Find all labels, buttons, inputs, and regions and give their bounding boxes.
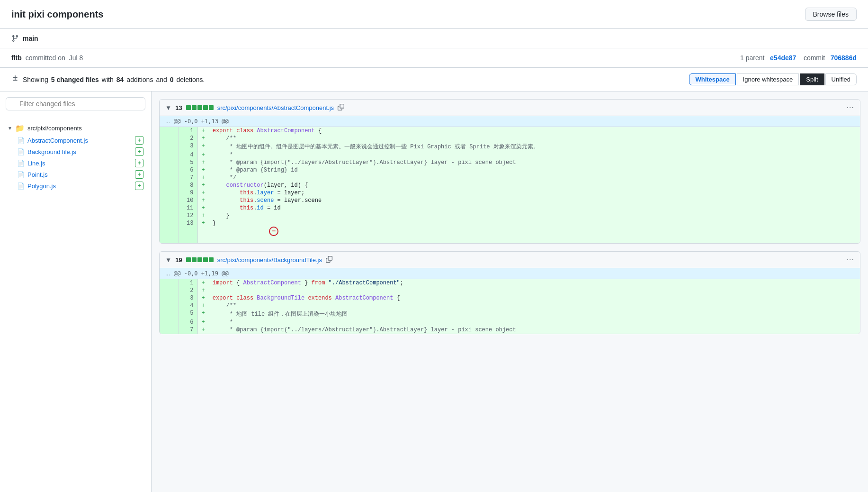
commit-action: committed on xyxy=(26,54,65,62)
hunk-expand-button[interactable]: ... xyxy=(165,118,170,125)
file-list: 📄 AbstractComponent.js + 📄 BackgroundTil… xyxy=(15,135,145,191)
right-line-num: 1 xyxy=(179,127,197,135)
left-line-num xyxy=(160,294,179,302)
line-content: * xyxy=(209,151,860,159)
left-line-num xyxy=(160,142,179,151)
left-line-num xyxy=(160,127,179,135)
copy-icon[interactable] xyxy=(338,104,344,112)
table-row: 5 + * @param {import("../layers/Abstruct… xyxy=(160,159,860,166)
line-content: export class BackgroundTile extends Abst… xyxy=(209,294,860,302)
line-content: this.id = id xyxy=(209,204,860,212)
line-content: this.scene = layer.scene xyxy=(209,197,860,204)
right-line-num: 2 xyxy=(179,287,197,294)
file-name: Point.js xyxy=(27,171,48,178)
list-item[interactable]: 📄 AbstractComponent.js + xyxy=(15,135,145,146)
commit-label: commit xyxy=(804,54,825,62)
right-line-num: 9 xyxy=(179,189,197,197)
file-name: BackgroundTile.js xyxy=(27,148,76,155)
more-options-icon[interactable]: ··· xyxy=(847,103,854,112)
collapse-button[interactable]: ▼ xyxy=(165,256,171,264)
commit-info-bar: fltb committed on Jul 8 1 parent e54de87… xyxy=(0,48,868,68)
right-line-num: 4 xyxy=(179,151,197,159)
file-name: AbstractComponent.js xyxy=(27,137,88,144)
list-item[interactable]: 📄 Point.js + xyxy=(15,169,145,180)
parent-hash[interactable]: e54de87 xyxy=(770,54,796,62)
table-row: 1 + export class AbstractComponent { xyxy=(160,127,860,135)
collapse-button[interactable]: ▼ xyxy=(165,104,171,111)
left-line-num xyxy=(160,151,179,159)
diff-table: 1 + import { AbstractComponent } from ".… xyxy=(160,279,860,334)
more-options-icon[interactable]: ··· xyxy=(847,255,854,264)
line-marker: + xyxy=(197,174,209,182)
line-marker: + xyxy=(197,135,209,142)
left-line-num xyxy=(160,326,179,334)
comment-bubble-icon[interactable]: − xyxy=(269,227,278,236)
list-item[interactable]: 📄 BackgroundTile.js + xyxy=(15,146,145,157)
table-row: 6 + * @param {String} id xyxy=(160,166,860,174)
line-content: } xyxy=(209,212,860,219)
hunk-info: @@ -0,0 +1,13 @@ xyxy=(174,118,229,125)
line-content: */ xyxy=(209,174,860,182)
commit-meta-bar: main xyxy=(0,29,868,48)
stats-bar: Showing 5 changed files with 84 addition… xyxy=(0,68,868,91)
commit-info-left: fltb committed on Jul 8 xyxy=(11,54,83,62)
hunk-expand-button[interactable]: ... xyxy=(165,270,170,277)
addition-block xyxy=(197,257,202,262)
browse-files-button[interactable]: Browse files xyxy=(805,8,857,21)
right-line-num: 12 xyxy=(179,212,197,219)
right-line-num: 3 xyxy=(179,294,197,302)
line-marker: + xyxy=(197,279,209,287)
copy-icon[interactable] xyxy=(326,256,332,264)
split-button[interactable]: Split xyxy=(800,73,824,85)
line-marker: + xyxy=(197,182,209,189)
left-line-num xyxy=(160,197,179,204)
table-row: 8 + constructor(layer, id) { xyxy=(160,182,860,189)
addition-block xyxy=(197,105,202,110)
diff-filename[interactable]: src/pixi/components/BackgroundTile.js xyxy=(217,256,322,264)
table-row: 4 + * xyxy=(160,151,860,159)
list-item[interactable]: 📄 Polygon.js + xyxy=(15,180,145,191)
commit-header: init pixi components Browse files xyxy=(0,0,868,29)
right-line-num: 11 xyxy=(179,204,197,212)
line-content: * @param {import("../layers/AbstructLaye… xyxy=(209,159,860,166)
file-icon: 📄 xyxy=(17,171,25,178)
addition-block xyxy=(186,105,191,110)
file-icon: 📄 xyxy=(17,160,25,167)
left-line-num xyxy=(160,279,179,287)
addition-block xyxy=(209,257,214,262)
diff-filename[interactable]: src/pixi/components/AbstractComponent.js xyxy=(217,104,334,111)
commit-author: fltb xyxy=(11,54,22,62)
diff-content-area: ▼ 13 src/pixi/components/AbstractCompone… xyxy=(152,91,868,492)
parent-label: 1 parent xyxy=(740,54,764,62)
diff-table: 1 + export class AbstractComponent { 2 +… xyxy=(160,127,860,243)
whitespace-button[interactable]: Whitespace xyxy=(689,73,735,85)
unified-button[interactable]: Unified xyxy=(825,73,857,85)
search-input[interactable] xyxy=(6,97,145,110)
ignore-whitespace-button[interactable]: Ignore whitespace xyxy=(737,73,799,85)
commit-hash[interactable]: 706886d xyxy=(831,54,857,62)
add-badge: + xyxy=(135,136,143,145)
diff-additions-bar xyxy=(186,257,214,262)
right-line-num: 1 xyxy=(179,279,197,287)
folder-item[interactable]: ▼ 📁 src/pixi/components xyxy=(6,122,145,135)
table-row: 11 + this.id = id xyxy=(160,204,860,212)
left-line-num xyxy=(160,212,179,219)
commit-date: Jul 8 xyxy=(69,54,83,62)
additions-label: additions xyxy=(126,76,153,83)
list-item[interactable]: 📄 Line.js + xyxy=(15,157,145,169)
line-marker: + xyxy=(197,127,209,135)
line-content: * 地图 tile 组件，在图层上渲染一小块地图 xyxy=(209,310,860,319)
folder-icon: 📁 xyxy=(15,124,25,133)
diff-toggle-icon[interactable] xyxy=(11,75,19,84)
table-row: 12 + } xyxy=(160,212,860,219)
table-row: 1 + import { AbstractComponent } from ".… xyxy=(160,279,860,287)
diff-block-header: ▼ 19 src/pixi/components/BackgroundTile.… xyxy=(160,252,860,268)
right-line-num: 7 xyxy=(179,326,197,334)
right-line-num: 4 xyxy=(179,302,197,310)
line-content: * @param {String} id xyxy=(209,166,860,174)
right-line-num: 8 xyxy=(179,182,197,189)
table-row: 9 + this.layer = layer; xyxy=(160,189,860,197)
hunk-info: @@ -0,0 +1,19 @@ xyxy=(174,270,229,277)
left-line-num xyxy=(160,219,179,243)
file-icon: 📄 xyxy=(17,148,25,155)
